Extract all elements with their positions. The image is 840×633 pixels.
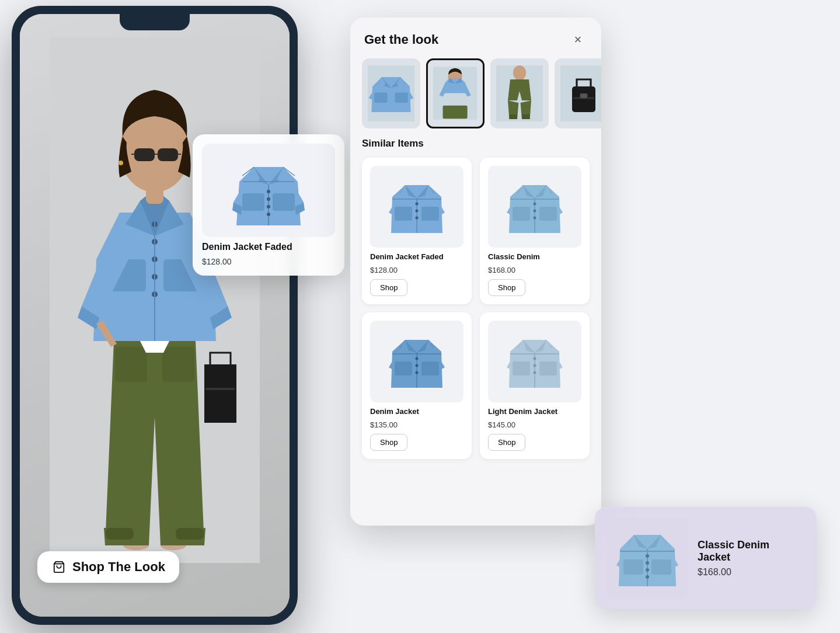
close-button[interactable]: × <box>569 30 587 49</box>
get-the-look-panel: Get the look × <box>350 18 601 526</box>
item-name-3: Denim Jacket <box>370 407 463 416</box>
item-image-1 <box>370 166 463 248</box>
svg-rect-5 <box>106 528 134 540</box>
svg-rect-46 <box>580 93 588 98</box>
svg-rect-36 <box>374 92 387 103</box>
svg-rect-4 <box>162 347 194 382</box>
svg-rect-68 <box>513 361 530 375</box>
tooltip-left-price: $128.00 <box>202 257 335 266</box>
phone-frame: Shop The Look <box>12 6 298 625</box>
tooltip-left-image <box>202 144 335 237</box>
thumbnail-item-3[interactable] <box>490 58 549 128</box>
svg-point-79 <box>646 561 649 565</box>
item-price-2: $168.00 <box>488 266 581 274</box>
svg-point-50 <box>416 203 419 206</box>
svg-rect-54 <box>513 207 530 221</box>
svg-rect-18 <box>158 148 178 161</box>
svg-rect-37 <box>395 92 407 103</box>
svg-point-64 <box>416 357 419 360</box>
svg-rect-48 <box>421 207 439 221</box>
svg-point-57 <box>534 203 536 206</box>
shop-the-look-button[interactable]: Shop The Look <box>37 551 179 583</box>
thumbnails-row <box>350 58 601 138</box>
svg-point-31 <box>267 213 270 216</box>
panel-title: Get the look <box>364 32 438 47</box>
svg-rect-26 <box>242 193 264 211</box>
shop-the-look-label: Shop The Look <box>72 559 165 575</box>
svg-rect-61 <box>395 361 412 375</box>
tooltip-right-image <box>607 517 688 599</box>
bag-icon <box>51 559 67 575</box>
item-name-4: Light Denim Jacket <box>488 407 581 416</box>
thumbnail-item-4[interactable] <box>555 58 601 128</box>
tooltip-right-name: Classic Denim Jacket <box>698 539 805 564</box>
svg-point-73 <box>534 371 536 374</box>
svg-rect-23 <box>205 388 235 390</box>
svg-point-29 <box>267 197 270 201</box>
svg-point-65 <box>416 364 419 367</box>
svg-point-72 <box>534 364 536 367</box>
item-price-1: $128.00 <box>370 266 463 274</box>
svg-rect-69 <box>539 361 557 375</box>
item-card-4: Light Denim Jacket $145.00 Shop <box>480 312 590 459</box>
svg-rect-55 <box>539 207 557 221</box>
product-tooltip-right: Classic Denim Jacket $168.00 <box>595 507 817 610</box>
phone-notch <box>120 14 190 30</box>
items-grid: Denim Jacket Faded $128.00 Shop <box>362 158 590 459</box>
svg-point-80 <box>646 568 649 572</box>
svg-point-66 <box>416 371 419 374</box>
thumbnail-item-1[interactable] <box>362 58 420 128</box>
svg-rect-62 <box>421 361 439 375</box>
svg-rect-47 <box>395 207 412 221</box>
shop-button-3[interactable]: Shop <box>370 434 407 451</box>
svg-point-30 <box>267 205 270 208</box>
svg-point-59 <box>534 217 536 220</box>
svg-point-81 <box>646 575 649 579</box>
shop-button-1[interactable]: Shop <box>370 279 407 296</box>
item-price-3: $135.00 <box>370 420 463 429</box>
svg-point-28 <box>267 190 270 193</box>
item-card-1: Denim Jacket Faded $128.00 Shop <box>362 158 472 304</box>
svg-point-52 <box>416 217 419 220</box>
item-name-1: Denim Jacket Faded <box>370 252 463 261</box>
tooltip-right-price: $168.00 <box>698 567 805 578</box>
item-name-2: Classic Denim <box>488 252 581 261</box>
similar-items-section: Similar Items <box>350 138 601 526</box>
svg-rect-44 <box>572 86 595 112</box>
svg-rect-6 <box>176 528 204 540</box>
thumbnail-item-2[interactable] <box>426 58 485 128</box>
svg-point-58 <box>534 210 536 213</box>
shop-button-2[interactable]: Shop <box>488 279 525 296</box>
svg-rect-3 <box>115 347 147 382</box>
phone-screen: Shop The Look <box>20 14 290 617</box>
svg-rect-17 <box>134 148 155 161</box>
jacket-image-left <box>231 149 306 231</box>
svg-point-42 <box>513 65 526 81</box>
tooltip-right-info: Classic Denim Jacket $168.00 <box>698 539 805 578</box>
model-illustration <box>50 37 260 563</box>
item-image-4 <box>488 321 581 402</box>
svg-point-78 <box>646 554 649 558</box>
item-price-4: $145.00 <box>488 420 581 429</box>
svg-point-22 <box>118 161 123 165</box>
svg-point-51 <box>416 210 419 213</box>
shop-button-4[interactable]: Shop <box>488 434 525 451</box>
tooltip-left-name: Denim Jacket Faded <box>202 242 335 252</box>
svg-rect-27 <box>273 193 295 211</box>
panel-header: Get the look × <box>350 18 601 58</box>
phone-content: Shop The Look <box>20 14 290 617</box>
svg-rect-40 <box>443 106 468 119</box>
svg-point-71 <box>534 357 536 360</box>
item-card-3: Denim Jacket $135.00 Shop <box>362 312 472 459</box>
item-image-2 <box>488 166 581 248</box>
product-tooltip-left: Denim Jacket Faded $128.00 <box>193 134 344 276</box>
svg-rect-76 <box>651 559 671 575</box>
item-card-2: Classic Denim $168.00 Shop <box>480 158 590 304</box>
similar-items-title: Similar Items <box>362 138 590 149</box>
svg-rect-75 <box>623 559 643 575</box>
item-image-3 <box>370 321 463 402</box>
